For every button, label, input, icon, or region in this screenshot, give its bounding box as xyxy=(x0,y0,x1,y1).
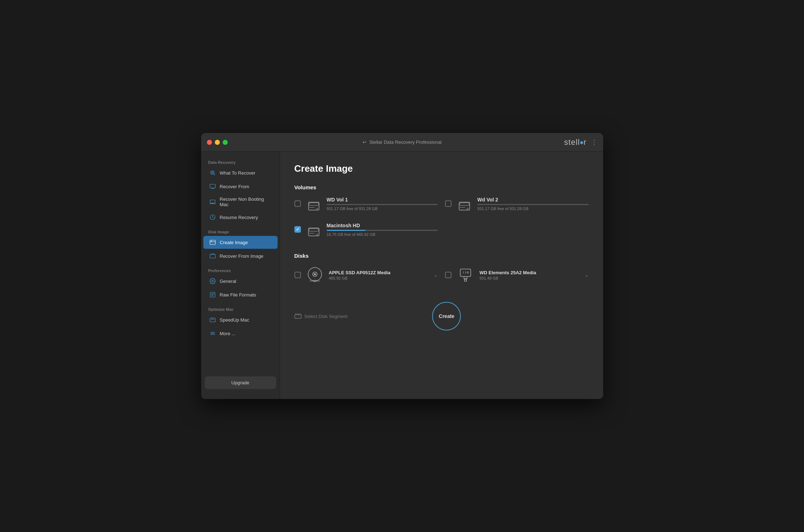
svg-rect-6 xyxy=(210,200,215,203)
sidebar-item-create-image[interactable]: Create Image xyxy=(203,236,278,249)
disk-size: 465.92 GB xyxy=(329,276,429,280)
select-disk-segment[interactable]: Select Disk Segment xyxy=(294,313,348,319)
disk-info-wd-elements: WD Elements 25A2 Media 931.48 GB xyxy=(479,270,580,280)
section-label-preferences: Preferences xyxy=(201,266,280,274)
create-button[interactable]: Create xyxy=(432,302,461,331)
volume-checkbox-macintosh-hd[interactable] xyxy=(294,226,301,233)
upgrade-button[interactable]: Upgrade xyxy=(205,376,276,389)
sidebar-item-label: Recover From xyxy=(220,184,249,189)
volume-name: Macintosh HD xyxy=(327,223,438,228)
volumes-section-title: Volumes xyxy=(294,184,589,190)
svg-rect-3 xyxy=(210,184,215,188)
svg-rect-33 xyxy=(309,229,318,231)
svg-point-12 xyxy=(211,241,212,241)
sidebar-item-recover-non-booting[interactable]: Recover Non Booting Mac xyxy=(203,194,278,210)
volume-bar-container xyxy=(477,204,589,205)
dots-menu[interactable]: ⋮ xyxy=(591,138,597,146)
svg-rect-32 xyxy=(308,228,319,236)
titlebar: ↩ Stellar Data Recovery Professional ste… xyxy=(201,133,603,152)
monitor-icon xyxy=(209,183,216,190)
volume-drive-icon xyxy=(306,198,322,215)
svg-rect-24 xyxy=(308,202,319,210)
section-label-data-recovery: Data Recovery xyxy=(201,157,280,166)
svg-rect-25 xyxy=(309,203,318,205)
svg-point-34 xyxy=(316,234,318,236)
select-disk-segment-label: Select Disk Segment xyxy=(304,314,348,319)
volume-info-wd-vol-2: Wd Vol 2 931.17 GB free of 931.28 GB xyxy=(477,197,589,211)
svg-point-38 xyxy=(314,274,315,275)
volume-item-wd-vol-1: WD Vol 1 931.17 GB free of 931.28 GB xyxy=(294,197,438,215)
section-label-optimize-mac: Optimize Mac xyxy=(201,304,280,313)
disk-checkbox-apple-ssd[interactable] xyxy=(294,272,301,278)
disk-name: WD Elements 25A2 Media xyxy=(479,270,580,275)
main-layout: Data Recovery What To Recover Recover Fr… xyxy=(201,152,603,399)
page-title: Create Image xyxy=(294,163,589,174)
scan-icon xyxy=(209,169,216,176)
sidebar-item-label: Create Image xyxy=(220,240,248,245)
gear-icon xyxy=(209,277,216,285)
volume-size: 931.17 GB free of 931.28 GB xyxy=(327,206,438,211)
volume-item-wd-vol-2: Wd Vol 2 931.17 GB free of 931.28 GB xyxy=(445,197,589,215)
disk-drive-icon xyxy=(306,265,324,285)
sidebar-item-recover-from[interactable]: Recover From xyxy=(203,180,278,193)
file-icon xyxy=(209,291,216,298)
maximize-button[interactable] xyxy=(223,140,228,145)
titlebar-center: ↩ Stellar Data Recovery Professional xyxy=(363,139,442,145)
disk-create-icon xyxy=(209,239,216,246)
app-title: Stellar Data Recovery Professional xyxy=(369,139,442,145)
volume-name: WD Vol 1 xyxy=(327,197,438,203)
sidebar: Data Recovery What To Recover Recover Fr… xyxy=(201,152,280,399)
disk-size: 931.48 GB xyxy=(479,276,580,280)
svg-rect-13 xyxy=(210,255,215,258)
volume-drive-icon xyxy=(457,198,472,215)
disks-section-title: Disks xyxy=(294,253,589,259)
close-button[interactable] xyxy=(207,140,212,145)
traffic-lights xyxy=(207,140,228,145)
sidebar-item-label: Recover Non Booting Mac xyxy=(220,196,272,207)
volume-checkbox-wd-vol-1[interactable] xyxy=(294,200,301,207)
svg-point-0 xyxy=(211,171,214,175)
create-btn-wrapper: Create xyxy=(347,302,545,331)
volume-bar-container xyxy=(327,230,438,231)
disk-recover-icon xyxy=(209,252,216,260)
disk-chevron-wd-elements[interactable]: ⌄ xyxy=(585,272,589,278)
sidebar-item-recover-from-image[interactable]: Recover From Image xyxy=(203,250,278,262)
sidebar-item-label: Resume Recovery xyxy=(220,215,258,220)
disk-item-apple-ssd: APPLE SSD AP0512Z Media 465.92 GB ⌄ xyxy=(294,265,438,285)
svg-point-26 xyxy=(316,208,318,210)
sidebar-item-raw-file-formats[interactable]: Raw File Formats xyxy=(203,288,278,301)
disks-grid: APPLE SSD AP0512Z Media 465.92 GB ⌄ xyxy=(294,265,589,285)
svg-rect-28 xyxy=(459,202,469,210)
volume-info-wd-vol-1: WD Vol 1 931.17 GB free of 931.28 GB xyxy=(327,197,438,211)
svg-line-2 xyxy=(214,174,215,175)
speedup-icon xyxy=(209,316,216,323)
svg-rect-10 xyxy=(210,240,215,244)
svg-rect-29 xyxy=(460,203,469,205)
volume-bar xyxy=(477,204,587,205)
volume-checkbox-wd-vol-2[interactable] xyxy=(445,200,451,207)
disk-chevron-apple-ssd[interactable]: ⌄ xyxy=(434,272,438,278)
sidebar-item-label: What To Recover xyxy=(220,170,255,176)
volume-size: 931.17 GB free of 931.28 GB xyxy=(477,206,589,211)
disk-info-apple-ssd: APPLE SSD AP0512Z Media 465.92 GB xyxy=(329,270,429,280)
disks-section: Disks xyxy=(294,253,589,285)
volume-info-macintosh-hd: Macintosh HD 16.75 GB free of 465.92 GB xyxy=(327,223,438,237)
clock-icon xyxy=(209,214,216,221)
svg-point-43 xyxy=(464,279,467,281)
svg-rect-19 xyxy=(210,318,215,322)
volume-bar xyxy=(327,204,437,205)
back-icon[interactable]: ↩ xyxy=(363,139,366,145)
sidebar-item-more[interactable]: More ... xyxy=(203,327,278,340)
sidebar-item-label: Raw File Formats xyxy=(220,292,256,298)
minimize-button[interactable] xyxy=(215,140,220,145)
volume-name: Wd Vol 2 xyxy=(477,197,589,203)
volume-size: 16.75 GB free of 465.92 GB xyxy=(327,232,438,237)
sidebar-item-speedup-mac[interactable]: SpeedUp Mac xyxy=(203,313,278,326)
sidebar-item-resume-recovery[interactable]: Resume Recovery xyxy=(203,211,278,224)
sidebar-item-general[interactable]: General xyxy=(203,275,278,288)
svg-rect-47 xyxy=(295,315,301,318)
svg-point-1 xyxy=(212,172,213,174)
sidebar-item-what-to-recover[interactable]: What To Recover xyxy=(203,166,278,179)
volume-drive-icon xyxy=(306,224,322,241)
disk-checkbox-wd-elements[interactable] xyxy=(445,272,451,278)
